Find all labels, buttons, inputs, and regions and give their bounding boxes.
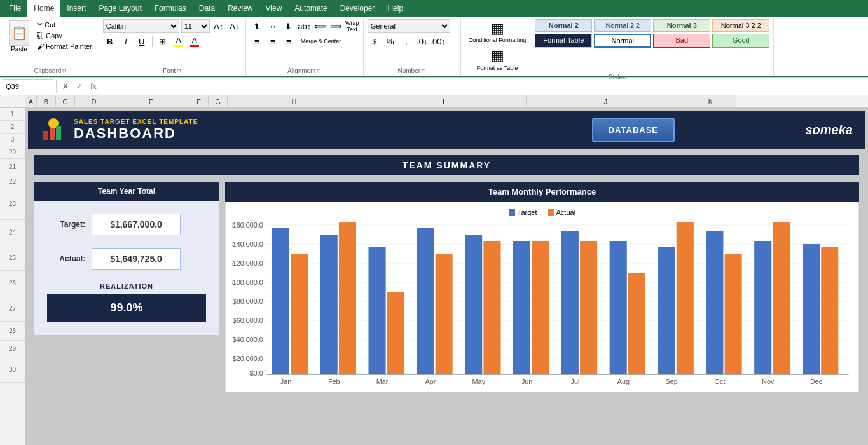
col-header-J[interactable]: J	[527, 95, 685, 107]
tab-file[interactable]: File	[3, 0, 27, 17]
alignment-expand-icon[interactable]: ⊡	[317, 68, 321, 74]
align-left-button[interactable]: ≡	[250, 34, 264, 48]
normal-32-style[interactable]: Normal 3 2 2	[712, 19, 769, 32]
tab-data[interactable]: Data	[193, 0, 221, 17]
col-header-F[interactable]: F	[189, 95, 209, 107]
number-label: Number ⊡	[397, 66, 426, 76]
font-size-select[interactable]: 11	[181, 19, 210, 33]
svg-text:Nov: Nov	[762, 378, 775, 385]
borders-button[interactable]: ⊞	[156, 34, 170, 48]
normal-2-style[interactable]: Normal 2	[535, 19, 592, 32]
svg-text:Apr: Apr	[425, 378, 436, 385]
underline-button[interactable]: U	[135, 34, 149, 48]
align-top-button[interactable]: ⬆	[250, 19, 264, 33]
bold-button[interactable]: B	[103, 34, 117, 48]
col-header-H[interactable]: H	[228, 95, 361, 107]
italic-button[interactable]: I	[119, 34, 133, 48]
bar-target-apr	[417, 228, 434, 374]
col-header-A[interactable]: A	[25, 95, 37, 107]
ribbon-content: 📋 Paste ✂ Cut ⿻ Copy 🖌 Format Painter	[0, 17, 868, 77]
font-group-content: Calibri 11 A↑ A↓ B I U ⊞ A	[103, 19, 242, 66]
number-expand-icon[interactable]: ⊡	[422, 68, 426, 74]
bad-style[interactable]: Bad	[653, 34, 710, 48]
font-row-1: Calibri 11 A↑ A↓	[103, 19, 242, 33]
increase-font-button[interactable]: A↑	[212, 19, 226, 33]
format-as-table-button[interactable]: ▦ Format as Table	[465, 46, 530, 72]
col-header-K[interactable]: K	[685, 95, 736, 107]
cancel-formula-icon[interactable]: ✗	[59, 80, 72, 93]
row-num-26: 26	[0, 271, 25, 296]
confirm-formula-icon[interactable]: ✓	[73, 80, 86, 93]
dashboard-header: SALES TARGET EXCEL TEMPLATE DASHBOARD DA…	[28, 111, 865, 149]
decrease-decimal-button[interactable]: .0↓	[415, 34, 429, 48]
align-middle-button[interactable]: ↔	[266, 19, 280, 33]
col-header-B[interactable]: B	[37, 95, 56, 107]
tab-developer[interactable]: Developer	[334, 0, 382, 17]
tab-automate[interactable]: Automate	[288, 0, 333, 17]
row-num-30: 30	[0, 357, 25, 383]
conditional-formatting-button[interactable]: ▦ Conditional Formatting	[465, 19, 530, 45]
bar-actual-jun	[532, 241, 549, 374]
text-direction-button[interactable]: ab↕	[298, 19, 312, 33]
align-center-button[interactable]: ≡	[266, 34, 280, 48]
cut-button[interactable]: ✂ Cut	[34, 19, 95, 30]
tab-formulas[interactable]: Formulas	[148, 0, 193, 17]
row-num-1: 1	[0, 108, 25, 121]
bar-actual-jul	[580, 241, 597, 374]
paste-button[interactable]: 📋 Paste	[6, 19, 32, 54]
good-style[interactable]: Good	[712, 34, 769, 48]
tab-view[interactable]: View	[259, 0, 289, 17]
font-color-icon: A	[190, 36, 199, 47]
tab-page-layout[interactable]: Page Layout	[92, 0, 148, 17]
font-expand-icon[interactable]: ⊡	[177, 68, 181, 74]
number-format-select[interactable]: General	[368, 19, 450, 33]
bar-actual-sep	[677, 222, 694, 374]
percent-button[interactable]: %	[383, 34, 397, 48]
format-table-style[interactable]: Format Table	[535, 34, 592, 48]
decrease-font-button[interactable]: A↓	[228, 19, 242, 33]
comma-button[interactable]: ,	[399, 34, 413, 48]
col-header-E[interactable]: E	[113, 95, 189, 107]
merge-center-button[interactable]: Merge & Center	[298, 34, 345, 48]
font-family-select[interactable]: Calibri	[103, 19, 179, 33]
increase-decimal-button[interactable]: .00↑	[431, 34, 445, 48]
bar-target-aug	[610, 241, 627, 374]
bar-target-may	[465, 235, 482, 374]
col-header-G[interactable]: G	[209, 95, 228, 107]
insert-function-icon[interactable]: fx	[87, 80, 100, 93]
tab-review[interactable]: Review	[221, 0, 259, 17]
wrap-text-button[interactable]: Wrap Text	[345, 19, 359, 33]
indent-increase-button[interactable]: ⟹	[329, 19, 343, 33]
bar-actual-nov	[773, 222, 790, 374]
formula-input[interactable]	[102, 79, 865, 93]
fill-color-button[interactable]: A	[172, 34, 186, 48]
cell-reference-box[interactable]: Q39	[3, 79, 53, 93]
chart-legend: Target Actual	[232, 209, 852, 216]
bar-target-sep	[658, 247, 675, 374]
normal-22-style[interactable]: Normal 2 2	[594, 19, 651, 32]
format-painter-button[interactable]: 🖌 Format Painter	[34, 41, 95, 51]
font-color-button[interactable]: A	[188, 34, 202, 48]
col-header-D[interactable]: D	[75, 95, 113, 107]
tab-help[interactable]: Help	[381, 0, 410, 17]
tab-insert[interactable]: Insert	[60, 0, 92, 17]
legend-target: Target	[509, 209, 537, 216]
alignment-group: ⬆ ↔ ⬇ ab↕ ⟸ ⟹ Wrap Text ≡ ≡ ≡ Merge & Ce…	[246, 19, 364, 76]
clipboard-expand-icon[interactable]: ⊡	[62, 68, 67, 74]
indent-decrease-button[interactable]: ⟸	[313, 19, 327, 33]
normal-3-style[interactable]: Normal 3	[653, 19, 710, 32]
team-summary-bar: TEAM SUMMARY	[34, 155, 859, 175]
legend-target-dot	[509, 209, 515, 216]
col-header-I[interactable]: I	[361, 95, 527, 107]
row-num-27: 27	[0, 296, 25, 322]
currency-button[interactable]: $	[368, 34, 382, 48]
legend-actual-dot	[548, 209, 554, 216]
align-right-button[interactable]: ≡	[282, 34, 296, 48]
database-button[interactable]: DATABASE	[592, 118, 675, 142]
tab-home[interactable]: Home	[27, 0, 60, 17]
col-header-C[interactable]: C	[56, 95, 75, 107]
copy-button[interactable]: ⿻ Copy	[34, 31, 95, 41]
font-divider	[152, 36, 153, 47]
normal-style[interactable]: Normal	[594, 34, 651, 48]
align-bottom-button[interactable]: ⬇	[282, 19, 296, 33]
